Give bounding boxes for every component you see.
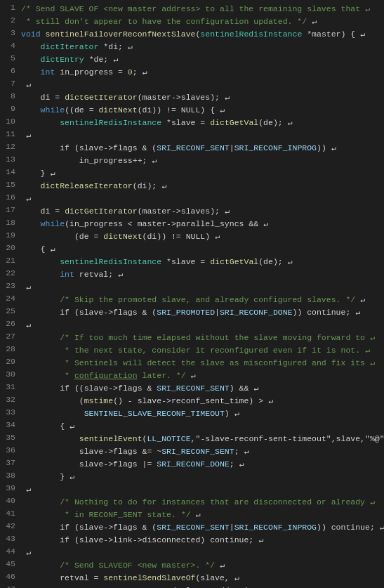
- token: *di;: [98, 42, 123, 51]
- line-content: di = dictGetIterator(master->slaves); ↵: [21, 205, 383, 218]
- token: ↵: [21, 485, 31, 494]
- line-number: 28: [1, 344, 21, 353]
- line-content: if ((slave->flags & SRI_RECONF_SENT) && …: [21, 382, 383, 395]
- token: [21, 118, 60, 127]
- line-content: /* Skip the promoted slave, and already …: [21, 294, 383, 306]
- token: int: [60, 270, 74, 279]
- line-content: int in_progress = 0; ↵: [21, 66, 383, 79]
- line-number: 22: [1, 268, 21, 277]
- token: ↵: [283, 257, 293, 266]
- token: ↵: [65, 422, 74, 431]
- line-number: 20: [1, 243, 21, 252]
- token: dictGetIterator: [65, 207, 138, 216]
- token: ↵: [360, 346, 370, 355]
- line-number: 33: [1, 407, 21, 417]
- token: retval;: [74, 270, 113, 279]
- code-line: 7 ↵: [0, 79, 384, 91]
- line-number: 46: [1, 572, 21, 581]
- code-line: 44 ↵: [0, 547, 384, 559]
- token: [21, 105, 41, 115]
- token: ↵: [123, 42, 133, 51]
- token: (di)) != NULL) {: [138, 105, 215, 115]
- line-number: 37: [1, 458, 21, 467]
- code-line: 22 int retval; ↵: [0, 268, 384, 281]
- line-content: if (slave->flags & (SRI_PROMOTED|SRI_REC…: [21, 306, 383, 319]
- code-line: 27 /* If too much time elapsed without t…: [0, 332, 384, 344]
- token: sentinelFailoverReconfNextSlave: [46, 30, 196, 39]
- token: sentinelRedisInstance: [200, 30, 307, 39]
- token: ↵: [220, 207, 230, 216]
- token: ↵: [355, 30, 365, 39]
- token: [21, 181, 41, 190]
- token: ↵: [350, 308, 360, 317]
- code-line: 9 while((de = dictNext(di)) != NULL) { ↵: [0, 104, 384, 117]
- code-line: 21 sentinelRedisInstance *slave = dictGe…: [0, 256, 384, 268]
- line-number: 39: [1, 483, 21, 492]
- line-content: SENTINEL_SLAVE_RECONF_TIMEOUT) ↵: [21, 407, 383, 420]
- token: *master): [307, 30, 345, 39]
- token: *slave =: [161, 257, 210, 266]
- line-content: sentinelRedisInstance *slave = dictGetVa…: [21, 256, 383, 268]
- line-content: if (slave->link->disconnected) continue;…: [21, 534, 383, 547]
- token: ↵: [239, 447, 249, 456]
- token: (de =: [21, 232, 103, 241]
- line-number: 5: [1, 53, 21, 63]
- code-line: 5 dictEntry *de; ↵: [0, 53, 384, 66]
- token: * still don't appear to have the configu…: [21, 17, 307, 26]
- token: SENTINEL_SLAVE_RECONF_TIMEOUT: [84, 409, 225, 418]
- code-line: 40 /* Nothing to do for instances that a…: [0, 496, 384, 509]
- line-number: 12: [1, 142, 21, 151]
- line-content: retval = sentinelSendSlaveOf(slave, ↵: [21, 572, 383, 584]
- line-content: ↵: [21, 281, 383, 294]
- token: (master->slaves);: [138, 207, 220, 216]
- line-content: while(in_progress < master->parallel_syn…: [21, 218, 383, 230]
- token: ↵: [263, 396, 273, 405]
- token: ↵: [46, 169, 55, 178]
- code-line: 26 ↵: [0, 319, 384, 332]
- token: di =: [21, 207, 65, 216]
- token: {: [345, 30, 355, 39]
- token: [21, 55, 41, 64]
- token: ↵: [355, 295, 365, 304]
- line-content: while((de = dictNext(di)) != NULL) { ↵: [21, 104, 383, 117]
- code-line: 42 if (slave->flags & (SRI_RECONF_SENT|S…: [0, 521, 384, 534]
- token: ) &&: [230, 384, 249, 393]
- token: configuration: [74, 371, 138, 380]
- code-line: 15 dictReleaseIterator(di); ↵: [0, 180, 384, 192]
- token: ↵: [234, 459, 244, 469]
- token: ↵: [215, 561, 225, 570]
- token: }: [21, 169, 46, 178]
- code-line: 43 if (slave->link->disconnected) contin…: [0, 534, 384, 547]
- line-content: int retval; ↵: [21, 268, 383, 281]
- token: while: [41, 105, 65, 115]
- token: ↵: [147, 156, 157, 165]
- token: ↵: [21, 194, 31, 203]
- token: * Sentinels will detect the slave as mis…: [21, 358, 370, 367]
- token: ): [225, 409, 230, 418]
- token: while: [41, 219, 65, 228]
- line-content: { ↵: [21, 420, 383, 433]
- token: * in RECONF_SENT state. */: [21, 510, 191, 519]
- line-number: 19: [1, 230, 21, 240]
- code-line: 2 * still don't appear to have the confi…: [0, 15, 384, 28]
- token: dictGetVal: [210, 257, 258, 266]
- token: dictIterator: [41, 42, 99, 51]
- code-line: 32 (mstime() - slave->reconf_sent_time) …: [0, 395, 384, 407]
- token: [21, 434, 79, 443]
- token: *de;: [84, 55, 109, 64]
- line-number: 10: [1, 117, 21, 126]
- token: /* If too much time elapsed without the …: [21, 333, 370, 342]
- token: SRI_PROMOTED: [157, 308, 215, 317]
- token: ↵: [230, 409, 239, 418]
- token: [21, 219, 41, 228]
- token: if (slave->link->disconnected) continue;: [21, 535, 253, 544]
- token: ((de =: [65, 105, 98, 115]
- token: ↵: [21, 80, 31, 89]
- token: ↵: [21, 548, 31, 557]
- token: SRI_RECONF_DONE: [220, 308, 293, 317]
- token: dictEntry: [41, 55, 84, 64]
- line-number: 27: [1, 332, 21, 341]
- line-number: 6: [1, 66, 21, 75]
- token: ↵: [21, 131, 31, 140]
- token: ↵: [21, 320, 31, 329]
